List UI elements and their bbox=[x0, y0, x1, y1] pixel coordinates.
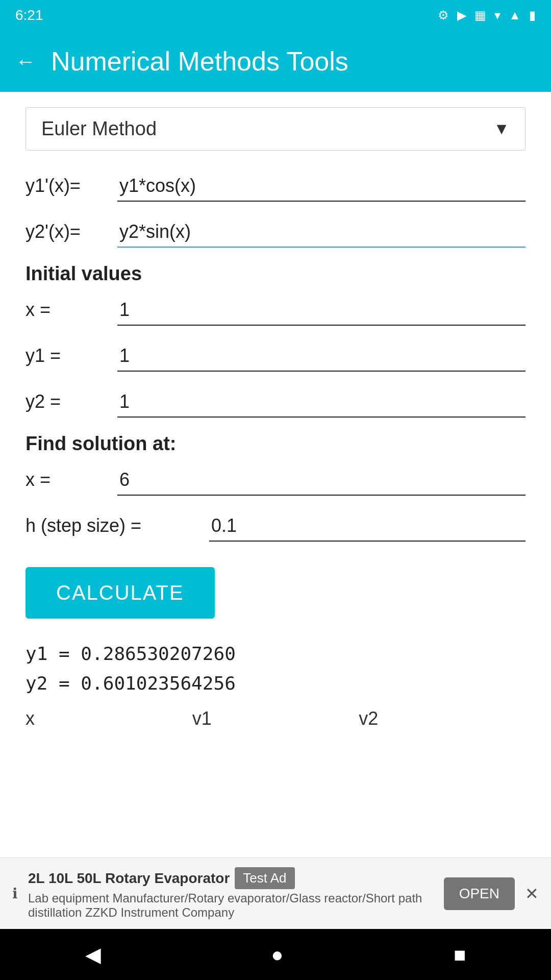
ad-banner: ℹ 2L 10L 50L Rotary Evaporator Test Ad L… bbox=[0, 857, 551, 929]
table-col-v2: v2 bbox=[359, 708, 525, 729]
y1-initial-row: y1 = bbox=[26, 341, 525, 372]
ad-info-icon: ℹ bbox=[12, 885, 18, 902]
ad-content: 2L 10L 50L Rotary Evaporator Test Ad Lab… bbox=[28, 867, 434, 920]
x-solution-input[interactable] bbox=[117, 465, 525, 496]
x-solution-label: x = bbox=[26, 469, 117, 491]
ad-title: 2L 10L 50L Rotary Evaporator bbox=[28, 870, 230, 887]
play-icon: ▶ bbox=[457, 8, 466, 22]
y2-initial-row: y2 = bbox=[26, 387, 525, 418]
y2-initial-label: y2 = bbox=[26, 391, 117, 412]
back-button[interactable]: ← bbox=[15, 50, 36, 73]
status-time: 6:21 bbox=[15, 7, 43, 23]
wifi-icon: ▾ bbox=[494, 8, 500, 22]
y1-equation-input[interactable] bbox=[117, 171, 525, 202]
nav-back-button[interactable]: ◀ bbox=[85, 943, 101, 966]
table-col-v1: v1 bbox=[192, 708, 359, 729]
ad-subtitle: Lab equipment Manufacturer/Rotary evapor… bbox=[28, 891, 434, 920]
ad-close-icon[interactable]: ✕ bbox=[525, 884, 539, 903]
h-step-row: h (step size) = bbox=[26, 511, 525, 542]
chevron-down-icon: ▼ bbox=[493, 119, 510, 138]
initial-values-heading: Initial values bbox=[26, 263, 525, 285]
table-col-x: x bbox=[26, 708, 192, 729]
h-step-input[interactable] bbox=[209, 511, 525, 542]
y1-initial-label: y1 = bbox=[26, 345, 117, 366]
sim-icon: ▦ bbox=[474, 8, 486, 22]
x-initial-label: x = bbox=[26, 299, 117, 321]
x-solution-row: x = bbox=[26, 465, 525, 496]
navigation-bar: ◀ ● ■ bbox=[0, 929, 551, 980]
battery-icon: ▮ bbox=[529, 8, 536, 22]
ad-test-label: Test Ad bbox=[235, 867, 294, 889]
calculate-button[interactable]: CALCULATE bbox=[26, 567, 215, 619]
x-initial-row: x = bbox=[26, 295, 525, 326]
y2-equation-row: y2'(x)= bbox=[26, 217, 525, 248]
dropdown-label: Euler Method bbox=[41, 118, 157, 140]
y1-equation-row: y1'(x)= bbox=[26, 171, 525, 202]
nav-recent-button[interactable]: ■ bbox=[454, 943, 466, 966]
y2-result: y2 = 0.601023564256 bbox=[26, 669, 525, 698]
y2-equation-label: y2'(x)= bbox=[26, 221, 117, 242]
app-title: Numerical Methods Tools bbox=[51, 46, 348, 77]
main-content: Euler Method ▼ y1'(x)= y2'(x)= Initial v… bbox=[0, 92, 551, 745]
signal-icon: ▲ bbox=[509, 8, 521, 22]
settings-icon: ⚙ bbox=[438, 8, 449, 22]
results-container: y1 = 0.286530207260 y2 = 0.601023564256 … bbox=[26, 639, 525, 729]
y1-initial-input[interactable] bbox=[117, 341, 525, 372]
h-step-label: h (step size) = bbox=[26, 515, 209, 536]
app-bar: ← Numerical Methods Tools bbox=[0, 31, 551, 92]
y1-equation-label: y1'(x)= bbox=[26, 175, 117, 197]
y2-initial-input[interactable] bbox=[117, 387, 525, 418]
status-icons: ⚙ ▶ ▦ ▾ ▲ ▮ bbox=[438, 8, 536, 22]
ad-open-button[interactable]: OPEN bbox=[444, 877, 515, 910]
nav-home-button[interactable]: ● bbox=[271, 943, 283, 966]
table-header: x v1 v2 bbox=[26, 708, 525, 729]
y2-equation-input[interactable] bbox=[117, 217, 525, 248]
find-solution-heading: Find solution at: bbox=[26, 433, 525, 455]
y1-result: y1 = 0.286530207260 bbox=[26, 639, 525, 669]
x-initial-input[interactable] bbox=[117, 295, 525, 326]
status-bar: 6:21 ⚙ ▶ ▦ ▾ ▲ ▮ bbox=[0, 0, 551, 31]
method-dropdown[interactable]: Euler Method ▼ bbox=[26, 107, 525, 151]
